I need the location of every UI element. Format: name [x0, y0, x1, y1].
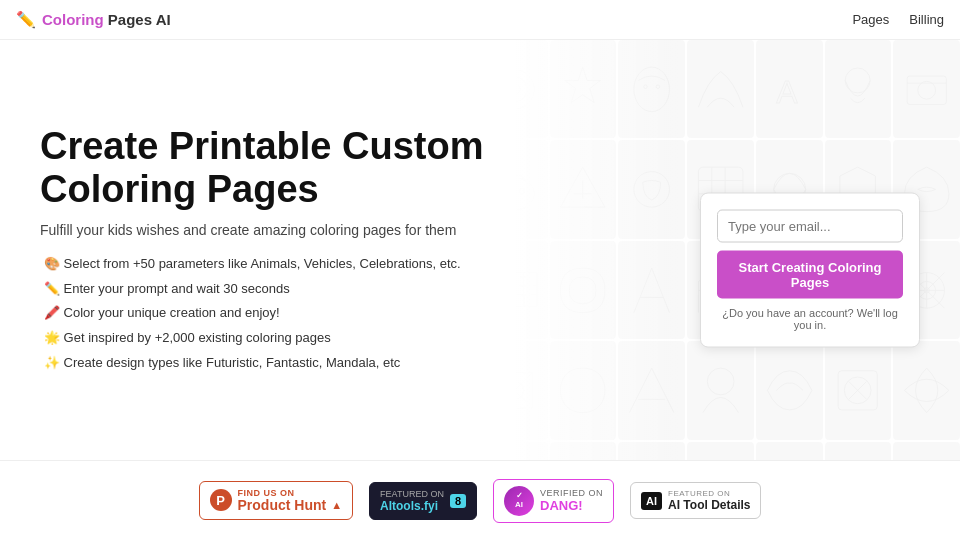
navbar: ✏️ Coloring Pages AI Pages Billing [0, 0, 960, 40]
dang-icon: ✓AI [504, 486, 534, 516]
nav-pages-link[interactable]: Pages [852, 12, 889, 27]
feature-list: 🎨 Select from +50 parameters like Animal… [40, 252, 640, 375]
dang-text: Verified on DANG! [540, 488, 603, 513]
signin-text: ¿Do you have an account? We'll log you i… [717, 307, 903, 331]
svg-point-21 [918, 81, 936, 99]
feature-item-1: 🎨 Select from +50 parameters like Animal… [40, 252, 640, 277]
dang-badge[interactable]: ✓AI Verified on DANG! [493, 479, 614, 523]
hero-content: Create Printable Custom Coloring Pages F… [0, 40, 680, 460]
cta-button[interactable]: Start Creating Coloring Pages [717, 251, 903, 299]
aitools-badge[interactable]: Featured On AItools.fyi 8 [369, 482, 477, 520]
svg-point-57 [707, 368, 734, 395]
feature-item-2: ✏️ Enter your prompt and wait 30 seconds [40, 277, 640, 302]
email-input[interactable] [717, 210, 903, 243]
nav-billing-link[interactable]: Billing [909, 12, 944, 27]
feature-item-5: ✨ Create design types like Futuristic, F… [40, 351, 640, 376]
hero-title: Create Printable Custom Coloring Pages [40, 125, 600, 212]
pencil-icon: ✏️ [16, 10, 36, 29]
ai-icon: AI [641, 492, 662, 510]
aitooldetails-badge[interactable]: AI FEATURED ON AI Tool Details [630, 482, 761, 519]
feature-item-3: 🖍️ Color your unique creation and enjoy! [40, 301, 640, 326]
aitools-text: Featured On AItools.fyi [380, 489, 444, 513]
producthunt-badge[interactable]: P FIND US ON Product Hunt ▲ [199, 481, 354, 520]
svg-text:A: A [776, 74, 798, 110]
nav-links: Pages Billing [852, 12, 944, 27]
logo-text: Coloring Pages AI [42, 11, 171, 28]
ph-icon: P [210, 489, 232, 511]
feature-item-4: 🌟 Get inspired by +2,000 existing colori… [40, 326, 640, 351]
footer-badges: P FIND US ON Product Hunt ▲ Featured On … [0, 460, 960, 540]
signup-card: Start Creating Coloring Pages ¿Do you ha… [700, 193, 920, 348]
aitooldetails-text: FEATURED ON AI Tool Details [668, 489, 750, 512]
logo[interactable]: ✏️ Coloring Pages AI [16, 10, 171, 29]
hero-subtitle: Fulfill your kids wishes and create amaz… [40, 222, 640, 238]
ph-text: FIND US ON Product Hunt ▲ [238, 488, 343, 513]
svg-rect-20 [907, 76, 946, 104]
